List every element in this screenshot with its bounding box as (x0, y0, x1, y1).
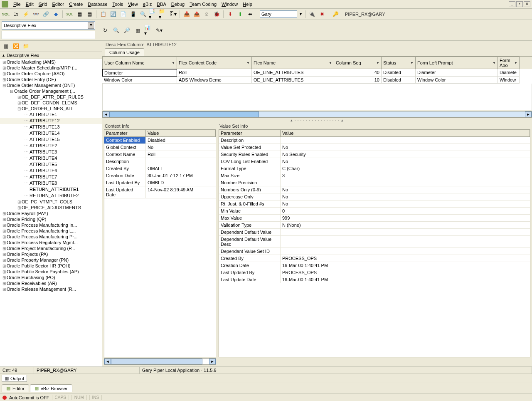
info-row[interactable]: Max Size3 (219, 172, 530, 179)
menu-file[interactable]: File (11, 1, 23, 7)
col-value[interactable]: Value (146, 130, 216, 136)
tree-tool-icon[interactable]: ▥ (2, 42, 10, 50)
expand-icon[interactable]: ⊞ (2, 223, 7, 228)
expand-icon[interactable]: ⊞ (2, 275, 7, 280)
toolbar-icon[interactable]: 📄 (119, 10, 127, 18)
toolbar-icon[interactable]: ⊘ (202, 10, 211, 18)
tree-node[interactable]: ⊞Oracle Purchasing (PO) (0, 275, 102, 280)
refresh-icon[interactable]: ↻ (101, 26, 109, 35)
tree-node[interactable]: ⊞Oracle Payroll (PAY) (0, 210, 102, 216)
tree-node[interactable]: ⊞Oracle Property Manager (PN) (0, 257, 102, 263)
tree-tool-icon[interactable]: 🔀 (12, 42, 20, 50)
toolbar-icon[interactable]: ✎▾ (155, 26, 163, 35)
info-row[interactable]: Dependant Value Set ID (219, 248, 530, 255)
toolbar-icon[interactable]: 📑▾ (149, 10, 157, 18)
toolbar-icon[interactable]: 🔌 (308, 10, 316, 18)
toolbar-icon[interactable]: 🔍 (139, 10, 147, 18)
tree-leaf[interactable]: ⋯ATTRIBUTE6 (0, 168, 102, 174)
info-row[interactable]: Security Rules EnabledNo Security (219, 151, 530, 158)
expand-icon[interactable]: ⊟ (2, 83, 7, 88)
toolbar-icon[interactable]: 🗂 (12, 10, 20, 18)
expand-icon[interactable]: ⊟ (17, 106, 22, 111)
menu-debug[interactable]: Debug (169, 1, 187, 7)
tree-leaf[interactable]: ⋯ATTRIBUTE8 (0, 180, 102, 186)
tree-leaf[interactable]: ⋯ATTRIBUTE5 (0, 161, 102, 168)
menu-ebiz[interactable]: eBiz (140, 1, 154, 7)
user-select[interactable] (260, 10, 297, 18)
menu-window[interactable]: Window (219, 1, 240, 7)
grid-row[interactable]: Window ColorADS Windows DemoOE_LINE_ATTR… (102, 77, 532, 84)
tree-node[interactable]: ⊞OE_DEF_CONDN_ELEMS (0, 100, 102, 106)
tree-node[interactable]: ⊞Oracle Receivables (AR) (0, 280, 102, 286)
tree-node[interactable]: ⊞Oracle Pricing (QP) (0, 216, 102, 222)
execute-icon[interactable]: ⚡ (22, 10, 30, 18)
scroll-right-icon[interactable]: ► (209, 359, 216, 364)
splitter-handle[interactable]: ▴ · · · · · · · · · · · · · · · · ▴ (102, 118, 532, 123)
grid-col-header[interactable]: Flex Context Code▼ (177, 57, 252, 69)
expand-icon[interactable]: ⊞ (17, 101, 22, 105)
tree-node[interactable]: ⊞Oracle Process Manufacturing Pr... (0, 234, 102, 240)
toolbar-icon[interactable]: ▤ (85, 10, 94, 18)
tree-node[interactable]: ⊞Oracle Public Sector Payables (AP) (0, 269, 102, 275)
tree-node[interactable]: ⊞Oracle Release Management (R... (0, 286, 102, 292)
expand-icon[interactable]: ⊞ (2, 66, 7, 70)
tree-leaf[interactable]: ⋯ATTRIBUTE3 (0, 149, 102, 155)
info-row[interactable]: Dependant Default Value (219, 229, 530, 236)
folder-icon[interactable]: 📁 (22, 42, 30, 50)
expand-icon[interactable]: ⊞ (17, 95, 22, 99)
info-row[interactable]: Context NameRoll (104, 151, 216, 158)
tree-node[interactable]: ⊞OE_DEF_ATTR_DEF_RULES (0, 94, 102, 100)
expand-icon[interactable]: ⊞ (2, 264, 7, 268)
info-row[interactable]: Value Set ProtectedNo (219, 144, 530, 151)
info-row[interactable]: LOV Long List EnabledNo (219, 158, 530, 165)
commit-icon[interactable]: ⬇ (226, 10, 234, 18)
output-tab[interactable]: ▥ Output (2, 375, 27, 382)
expand-icon[interactable]: ⊟ (9, 89, 14, 94)
expand-icon[interactable]: ⊞ (2, 246, 7, 251)
grid-row[interactable]: DiameterRollOE_LINE_ATTRIBUTES40Disabled… (102, 69, 532, 77)
sql-icon[interactable]: SQL (2, 10, 10, 18)
info-row[interactable]: Global ContextNo (104, 144, 216, 151)
expand-icon[interactable]: ⊞ (2, 211, 7, 216)
expand-icon[interactable]: ⊞ (2, 281, 7, 286)
tree-leaf[interactable]: ⋯ATTRIBUTE12 (0, 118, 102, 124)
grid-hscroll[interactable]: ◄ ► (102, 111, 532, 118)
expand-icon[interactable]: ⊞ (2, 287, 7, 292)
tree-leaf[interactable]: ⋯ATTRIBUTE13 (0, 124, 102, 130)
grid-col-header[interactable]: Flex Name▼ (252, 57, 334, 69)
col-parameter[interactable]: Parameter (219, 130, 281, 136)
info-row[interactable]: Last Updated ByPROCESS_OPS (219, 269, 530, 276)
toolbar-icon[interactable]: 📤 (192, 10, 201, 18)
flex-search-input[interactable] (2, 31, 95, 39)
info-row[interactable]: Description (104, 158, 216, 165)
toolbar-icon[interactable]: 📥 (182, 10, 191, 18)
expand-icon[interactable]: ⊞ (2, 235, 7, 239)
menu-dba[interactable]: DBA (154, 1, 169, 7)
tab-column-usage[interactable]: Column Usage (105, 48, 144, 56)
toolbar-icon[interactable]: ◆ (52, 10, 60, 18)
tree-leaf[interactable]: ⋯RETURN_ATTRIBUTE1 (0, 186, 102, 193)
toolbar-icon[interactable]: 🗄▾ (169, 10, 177, 18)
toolbar-icon[interactable]: ▦ (133, 26, 142, 35)
toolbar-icon[interactable]: 🔍 (112, 26, 120, 35)
expand-icon[interactable]: ⊞ (2, 72, 7, 76)
tree-node[interactable]: ⊞Oracle Order Capture (ASO) (0, 71, 102, 77)
menu-tools[interactable]: Tools (110, 1, 126, 7)
toolbar-icon[interactable]: 🐞 (212, 10, 221, 18)
info-row[interactable]: Numbers Only (0-9)No (219, 186, 530, 193)
toolbar-icon[interactable]: 🔎 (123, 26, 131, 35)
tree-leaf[interactable]: ⋯RETURN_ATTRIBUTE2 (0, 193, 102, 199)
grid-col-header[interactable]: User Column Name▼ (102, 57, 177, 69)
tree-leaf[interactable]: ⋯ATTRIBUTE14 (0, 130, 102, 136)
info-row[interactable]: Rt. Just. & 0-Filled #sNo (219, 200, 530, 208)
expand-icon[interactable]: ⊞ (2, 77, 7, 82)
toolbar-icon[interactable]: 🔗 (42, 10, 50, 18)
tree-node[interactable]: ⊟OE_ORDER_LINES_ALL (0, 106, 102, 111)
expand-icon[interactable]: ⊞ (2, 229, 7, 233)
tree-header[interactable]: ▲ Descriptive Flex (0, 52, 102, 59)
tree-node[interactable]: ⊞Oracle Projects (PA) (0, 251, 102, 257)
minimize-button[interactable]: _ (509, 1, 515, 7)
tree-node[interactable]: ⊞Oracle Process Regulatory Mgmt... (0, 240, 102, 245)
context-hscroll[interactable]: ◄ ► (104, 358, 216, 365)
grid-col-header[interactable]: Column Seq▼ (334, 57, 382, 69)
